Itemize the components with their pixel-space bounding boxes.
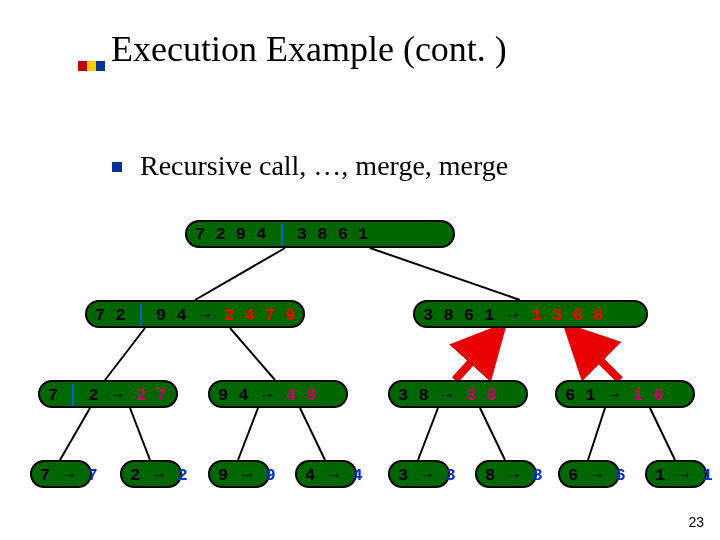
svg-line-9 — [300, 408, 325, 460]
svg-line-2 — [105, 328, 145, 380]
page-title: Execution Example (cont. ) — [111, 29, 507, 69]
node-in: 7 — [40, 466, 50, 485]
tree-node-lr: 9 4 → 4 9 — [208, 380, 348, 408]
node-in-right: 3 8 6 1 — [297, 225, 368, 244]
node-out: 9 — [266, 466, 276, 485]
arrow-icon: → — [325, 465, 342, 484]
node-in: 3 8 — [398, 386, 429, 405]
arrow-icon: → — [505, 465, 522, 484]
node-in: 4 — [305, 466, 315, 485]
node-in: 3 — [398, 466, 408, 485]
node-in: 2 — [130, 466, 140, 485]
tree-leaf: 2 → 2 — [120, 460, 182, 488]
node-in: 6 — [568, 466, 578, 485]
tree-node-l: 7 2 9 4 → 2 4 7 9 — [85, 300, 305, 328]
tree-leaf: 9 → 9 — [208, 460, 270, 488]
tree-leaf: 7 → 7 — [30, 460, 92, 488]
arrow-icon: → — [259, 385, 276, 404]
arrow-icon: → — [109, 385, 126, 404]
page-number: 23 — [688, 514, 704, 530]
node-in-right: 2 — [89, 386, 99, 405]
node-in: 3 8 6 1 — [423, 306, 494, 325]
tree-node-rr: 6 1 → 1 6 — [555, 380, 695, 408]
node-out: 2 — [178, 466, 188, 485]
tree-leaf: 6 → 6 — [558, 460, 620, 488]
svg-line-11 — [480, 408, 505, 460]
svg-line-4 — [455, 330, 500, 380]
bullet-icon — [112, 162, 122, 172]
node-in-left: 7 — [48, 386, 58, 405]
node-in: 9 4 — [218, 386, 249, 405]
node-out: 3 — [446, 466, 456, 485]
node-in-right: 9 4 — [156, 306, 187, 325]
arrow-icon: → — [238, 465, 255, 484]
node-out: 6 — [616, 466, 626, 485]
node-in: 6 1 — [565, 386, 596, 405]
node-in: 9 — [218, 466, 228, 485]
arrow-icon: → — [197, 305, 214, 324]
tree-leaf: 8 → 8 — [475, 460, 537, 488]
bullet-text: Recursive call, …, merge, merge — [140, 150, 508, 181]
svg-line-13 — [650, 408, 675, 460]
svg-line-10 — [418, 408, 438, 460]
svg-line-6 — [60, 408, 90, 460]
svg-line-3 — [230, 328, 275, 380]
node-out: 1 — [703, 466, 713, 485]
svg-line-0 — [195, 248, 285, 300]
node-in: 8 — [485, 466, 495, 485]
title-accent — [78, 61, 105, 71]
mergesort-tree: 7 2 9 4 3 8 6 1 7 2 9 4 → 2 4 7 9 3 8 6 … — [0, 200, 720, 500]
node-out: 4 — [353, 466, 363, 485]
node-in: 1 — [655, 466, 665, 485]
tree-node-ll: 7 2 → 2 7 — [38, 380, 178, 408]
split-bar — [140, 304, 142, 326]
arrow-icon: → — [150, 465, 167, 484]
arrow-icon: → — [418, 465, 435, 484]
tree-node-root: 7 2 9 4 3 8 6 1 — [185, 220, 455, 248]
node-out: 1 6 — [633, 386, 664, 405]
arrow-icon: → — [588, 465, 605, 484]
svg-line-5 — [570, 330, 620, 380]
node-out: 4 9 — [286, 386, 317, 405]
node-out: 7 — [88, 466, 98, 485]
tree-node-rl: 3 8 → 3 8 — [388, 380, 528, 408]
tree-leaf: 1 → 1 — [645, 460, 707, 488]
arrow-icon: → — [505, 305, 522, 324]
split-bar — [72, 384, 74, 406]
tree-leaf: 3 → 3 — [388, 460, 450, 488]
svg-line-1 — [370, 248, 520, 300]
arrow-icon: → — [439, 385, 456, 404]
node-in-left: 7 2 — [95, 306, 126, 325]
arrow-icon: → — [60, 465, 77, 484]
arrow-icon: → — [606, 385, 623, 404]
svg-line-12 — [588, 408, 605, 460]
split-bar — [281, 223, 283, 245]
node-out: 3 8 — [466, 386, 497, 405]
title-block: Execution Example (cont. ) — [78, 28, 507, 70]
tree-node-r: 3 8 6 1 → 1 3 6 8 — [413, 300, 648, 328]
svg-line-7 — [130, 408, 150, 460]
node-out: 1 3 6 8 — [532, 306, 603, 325]
node-out: 8 — [533, 466, 543, 485]
svg-line-8 — [238, 408, 258, 460]
tree-leaf: 4 → 4 — [295, 460, 357, 488]
arrow-icon: → — [675, 465, 692, 484]
bullet-line: Recursive call, …, merge, merge — [112, 150, 508, 182]
node-out: 2 4 7 9 — [224, 306, 295, 325]
node-out: 2 7 — [136, 386, 167, 405]
node-in-left: 7 2 9 4 — [195, 225, 266, 244]
